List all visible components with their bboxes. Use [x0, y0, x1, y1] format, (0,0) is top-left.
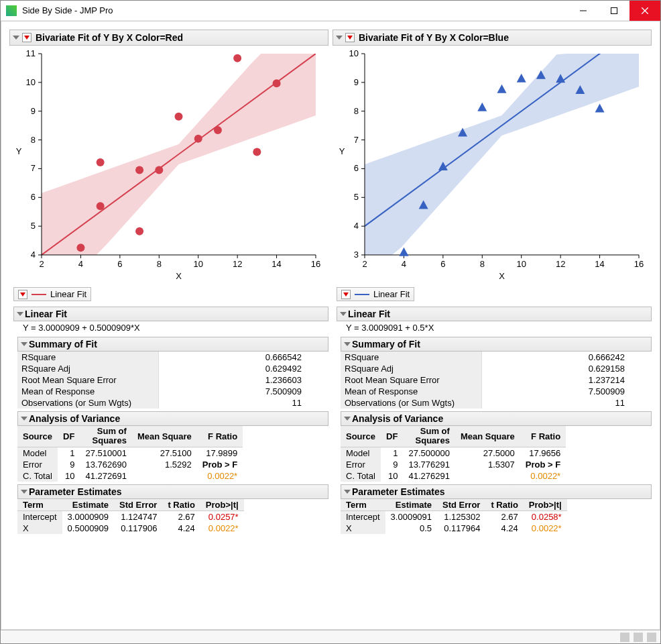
fit-equation: Y = 3.0009091 + 0.5*X [341, 321, 652, 334]
stat-label: RSquare [17, 352, 158, 363]
fit-legend[interactable]: Linear Fit [13, 287, 91, 301]
disclosure-triangle-icon[interactable] [337, 34, 341, 41]
param-term: Intercept [17, 511, 62, 523]
svg-text:4: 4 [78, 259, 83, 269]
maximize-button[interactable] [599, 1, 629, 21]
svg-text:16: 16 [311, 259, 320, 269]
table-row: Intercept3.00090911.1253022.670.0258* [341, 511, 567, 523]
svg-point-45 [97, 158, 105, 166]
table-row: Error913.7762911.5307Prob > F [341, 459, 566, 470]
anova-ss: 13.776291 [403, 459, 455, 470]
anova-header[interactable]: Analysis of Variance [17, 411, 328, 426]
anova-ss: 27.510001 [80, 447, 131, 459]
panel-title-bar[interactable]: Bivariate Fit of Y By X Color=Red [9, 30, 328, 46]
status-icon [634, 633, 643, 642]
param-prob: 0.0022* [200, 523, 244, 534]
svg-text:9: 9 [31, 106, 36, 116]
svg-point-51 [214, 126, 222, 134]
hotspot-menu-icon[interactable] [341, 290, 351, 299]
param-estimates-header[interactable]: Parameter Estimates [17, 484, 328, 499]
stat-label: RSquare Adj [341, 363, 481, 374]
summary-of-fit-table: RSquare0.666542RSquare Adj0.629492Root M… [17, 352, 328, 409]
window-title: Side By Side - JMP Pro [22, 5, 568, 15]
svg-marker-4 [24, 36, 29, 40]
svg-text:4: 4 [354, 221, 359, 231]
anova-df: 1 [58, 447, 80, 459]
anova-source: C. Total [17, 470, 58, 482]
hotspot-menu-icon[interactable] [18, 290, 27, 299]
disclosure-triangle-icon[interactable] [14, 34, 18, 41]
stat-value: 1.237214 [481, 374, 652, 386]
anova-df: 10 [58, 470, 80, 482]
param-tratio: 4.24 [162, 523, 200, 534]
section-title: Analysis of Variance [352, 413, 443, 424]
stat-value: 7.500909 [158, 386, 328, 397]
linear-fit-header[interactable]: Linear Fit [13, 307, 328, 321]
disclosure-triangle-icon[interactable] [22, 488, 26, 495]
disclosure-triangle-icon[interactable] [22, 341, 26, 347]
col-header: Mean Square [132, 426, 197, 447]
col-header: t Ratio [485, 499, 523, 511]
svg-text:8: 8 [157, 259, 162, 269]
svg-marker-106 [343, 292, 349, 297]
scatter-chart[interactable]: 2468101214164567891011XY [9, 46, 328, 283]
close-button[interactable] [629, 1, 660, 21]
col-header: F Ratio [520, 426, 566, 447]
svg-text:14: 14 [595, 259, 604, 269]
svg-text:6: 6 [117, 259, 122, 269]
table-row: Mean of Response7.500909 [341, 386, 652, 397]
svg-text:8: 8 [31, 135, 36, 145]
anova-source: Error [341, 459, 381, 470]
stat-label: Observations (or Sum Wgts) [341, 397, 481, 409]
svg-text:11: 11 [26, 48, 36, 58]
param-estimates-header[interactable]: Parameter Estimates [341, 484, 652, 499]
disclosure-triangle-icon[interactable] [22, 415, 26, 422]
hotspot-menu-icon[interactable] [345, 33, 355, 42]
anova-header[interactable]: Analysis of Variance [341, 411, 652, 426]
col-header: Std Error [114, 499, 162, 511]
svg-point-46 [135, 227, 143, 235]
svg-text:14: 14 [272, 259, 281, 269]
table-row: X0.50.1179644.240.0022* [341, 523, 567, 534]
svg-point-48 [155, 166, 163, 174]
param-tratio: 2.67 [485, 511, 523, 523]
summary-of-fit-header[interactable]: Summary of Fit [17, 337, 328, 352]
disclosure-triangle-icon[interactable] [345, 488, 349, 495]
linear-fit-header[interactable]: Linear Fit [337, 307, 652, 321]
minimize-button[interactable] [568, 1, 599, 21]
svg-text:Y: Y [339, 146, 345, 156]
param-stderr: 0.117964 [437, 523, 485, 534]
table-row: RSquare Adj0.629492 [17, 363, 328, 374]
svg-marker-56 [347, 36, 353, 40]
stat-label: Mean of Response [17, 386, 158, 397]
svg-text:4: 4 [31, 250, 36, 260]
disclosure-triangle-icon[interactable] [345, 341, 349, 347]
panel-title-bar[interactable]: Bivariate Fit of Y By X Color=Blue [333, 30, 652, 46]
table-row: RSquare Adj0.629158 [341, 363, 652, 374]
stat-label: Root Mean Square Error [341, 374, 481, 386]
svg-text:9: 9 [354, 77, 359, 87]
param-prob: 0.0022* [524, 523, 567, 534]
svg-text:Y: Y [16, 146, 22, 156]
disclosure-triangle-icon[interactable] [341, 311, 345, 317]
table-row: C. Total1041.2762910.0022* [341, 470, 566, 482]
scatter-chart[interactable]: 246810121416345678910XY [333, 46, 652, 283]
disclosure-triangle-icon[interactable] [18, 311, 22, 317]
fit-legend-label: Linear Fit [373, 289, 410, 299]
stat-label: RSquare [341, 352, 481, 363]
svg-text:7: 7 [31, 163, 36, 173]
anova-ms [455, 470, 520, 482]
anova-ss: 27.500000 [403, 447, 455, 459]
statusbar [1, 630, 660, 643]
param-tratio: 2.67 [162, 511, 200, 523]
disclosure-triangle-icon[interactable] [345, 415, 349, 422]
hotspot-menu-icon[interactable] [22, 33, 32, 42]
fit-legend[interactable]: Linear Fit [337, 287, 414, 301]
svg-text:7: 7 [354, 135, 359, 145]
summary-of-fit-header[interactable]: Summary of Fit [341, 337, 652, 352]
col-header: Term [341, 499, 385, 511]
svg-point-54 [273, 79, 281, 87]
anova-df: 9 [381, 459, 403, 470]
svg-point-44 [97, 202, 105, 210]
anova-source: Model [341, 447, 381, 459]
